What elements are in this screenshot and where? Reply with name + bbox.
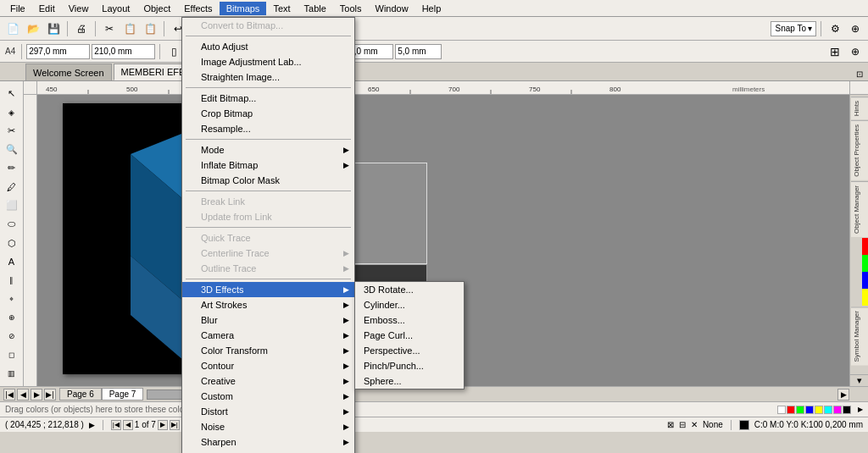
eyedropper-tool[interactable]: ⊘ [3,328,21,345]
coord-settings-button[interactable]: ▶ [89,421,95,429]
distort[interactable]: Distort ▶ [182,404,354,419]
cut-button[interactable]: ✂ [100,19,119,38]
resample[interactable]: Resample... [182,121,354,136]
symbol-manager-tab[interactable]: Symbol Manager [851,307,868,365]
add-button[interactable]: ⊕ [846,19,865,38]
scroll-down-button[interactable]: ▾ [850,374,868,386]
open-button[interactable]: 📂 [24,19,42,38]
smartdraw-tool[interactable]: 🖊 [3,178,21,196]
sharpen[interactable]: Sharpen ▶ [182,434,354,450]
centerline-trace[interactable]: Centerline Trace ▶ [182,246,354,261]
bitmap-color-mask[interactable]: Bitmap Color Mask [182,173,354,188]
art-strokes[interactable]: Art Strokes ▶ [182,297,354,312]
texture[interactable]: Texture ▶ [182,450,354,453]
pinch-punch[interactable]: Pinch/Punch... [355,358,464,373]
perspective[interactable]: Perspective... [355,343,464,358]
outline-tool[interactable]: ◻ [3,346,21,364]
cylinder[interactable]: Cylinder... [355,297,464,312]
menu-effects[interactable]: Effects [177,2,219,15]
snap-to-button[interactable]: Snap To ▾ [771,21,816,36]
emboss[interactable]: Emboss... [355,312,464,328]
fill-color-swatch[interactable] [739,420,749,430]
doc-width-input[interactable] [26,44,90,59]
break-link[interactable]: Break Link [182,194,354,209]
swatch-yellow[interactable] [815,406,823,414]
swatch-black[interactable] [843,406,851,414]
first-page-button[interactable]: |◀ [3,389,15,401]
object-properties-tab[interactable]: Object Properties [851,120,868,180]
last-page-button[interactable]: ▶| [44,389,56,401]
effects-3d[interactable]: 3D Effects ▶ 3D Rotate... Cylinder... Em… [182,282,354,297]
custom[interactable]: Custom ▶ [182,389,354,404]
color-transform[interactable]: Color Transform ▶ [182,343,354,358]
save-button[interactable]: 💾 [44,19,63,38]
scroll-right-swatch[interactable]: ▶ [858,406,863,413]
fill-tool[interactable]: ▥ [3,365,21,383]
first-page-nav[interactable]: |◀ [111,420,121,430]
menu-layout[interactable]: Layout [95,2,136,15]
threed-rotate[interactable]: 3D Rotate... [355,282,464,297]
doc-height-input[interactable] [92,44,155,59]
inflate-bitmap[interactable]: Inflate Bitmap ▶ [182,157,354,173]
blur[interactable]: Blur ▶ [182,312,354,328]
copy-button[interactable]: 📋 [120,19,139,38]
crop-bitmap[interactable]: Crop Bitmap [182,106,354,121]
camera[interactable]: Camera ▶ [182,328,354,343]
prev-page-nav[interactable]: ◀ [123,420,133,430]
blend-tool[interactable]: ⊕ [3,309,21,327]
shape-tool[interactable]: ◈ [3,103,21,121]
outline-trace[interactable]: Outline Trace ▶ [182,261,354,276]
menu-view[interactable]: View [62,2,96,15]
menu-object[interactable]: Object [136,2,177,15]
swatch-red[interactable] [787,406,795,414]
quick-trace[interactable]: Quick Trace [182,230,354,246]
noise[interactable]: Noise ▶ [182,419,354,434]
swatch-magenta[interactable] [833,406,842,414]
nudge2-y-input[interactable] [395,44,442,59]
options-button[interactable]: ⚙ [826,19,844,38]
prev-page-button[interactable]: ◀ [17,389,29,401]
add-page-button[interactable]: ⊕ [846,42,865,61]
print-button[interactable]: 🖨 [72,19,91,38]
creative[interactable]: Creative ▶ [182,373,354,389]
object-manager-tab[interactable]: Object Manager [851,181,868,237]
auto-adjust[interactable]: Auto Adjust [182,39,354,54]
menu-bitmaps[interactable]: Bitmaps [220,2,267,15]
hints-panel-tab[interactable]: Hints [851,97,868,119]
page-6-tab[interactable]: Page 6 [59,388,102,401]
menu-text[interactable]: Text [266,2,297,15]
swatch-cyan[interactable] [824,406,832,414]
next-page-nav[interactable]: ▶ [158,420,168,430]
paste-button[interactable]: 📋 [141,19,159,38]
freehand-tool[interactable]: ✏ [3,159,21,177]
tab-welcome[interactable]: Welcome Screen [25,64,112,80]
next-page-button[interactable]: ▶ [31,389,42,401]
sphere[interactable]: Sphere... [355,373,464,389]
settings-button[interactable]: ⊞ [826,42,844,61]
connector-tool[interactable]: ⌖ [3,290,21,308]
zoom-tool[interactable]: 🔍 [3,141,21,158]
panel-toggle-button[interactable]: ⊡ [851,68,868,80]
page-7-tab[interactable]: Page 7 [102,388,144,401]
polygon-tool[interactable]: ⬡ [3,235,21,252]
menu-file[interactable]: File [3,2,32,15]
last-page-nav[interactable]: ▶| [170,420,180,430]
image-adjustment-lab[interactable]: Image Adjustment Lab... [182,54,354,69]
convert-to-bitmap[interactable]: Convert to Bitmap... [182,18,354,33]
text-tool[interactable]: A [3,253,21,271]
crop-tool[interactable]: ✂ [3,122,21,140]
menu-edit[interactable]: Edit [32,2,62,15]
menu-help[interactable]: Help [415,2,448,15]
mode-menu[interactable]: Mode ▶ [182,142,354,157]
contour[interactable]: Contour ▶ [182,358,354,373]
menu-tools[interactable]: Tools [333,2,369,15]
edit-bitmap[interactable]: Edit Bitmap... [182,91,354,106]
swatch-white[interactable] [777,406,786,414]
ellipse-tool[interactable]: ⬭ [3,215,21,233]
select-tool[interactable]: ↖ [3,85,21,102]
menu-window[interactable]: Window [369,2,415,15]
portrait-button[interactable]: ▯ [164,42,183,61]
menu-table[interactable]: Table [298,2,333,15]
parallel-tool[interactable]: ∥ [3,272,21,290]
swatch-lime[interactable] [796,406,804,414]
